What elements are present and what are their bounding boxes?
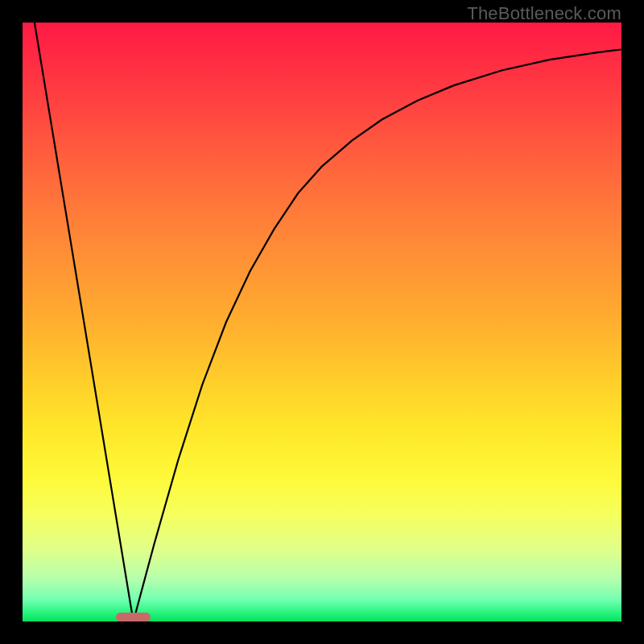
curve-left-arm (35, 23, 134, 621)
bottleneck-curve (23, 23, 621, 621)
plot-area (23, 23, 621, 621)
curve-right-arm (134, 49, 621, 621)
watermark-text: TheBottleneck.com (467, 3, 621, 24)
min-marker (116, 613, 151, 621)
chart-frame: TheBottleneck.com (0, 0, 644, 644)
